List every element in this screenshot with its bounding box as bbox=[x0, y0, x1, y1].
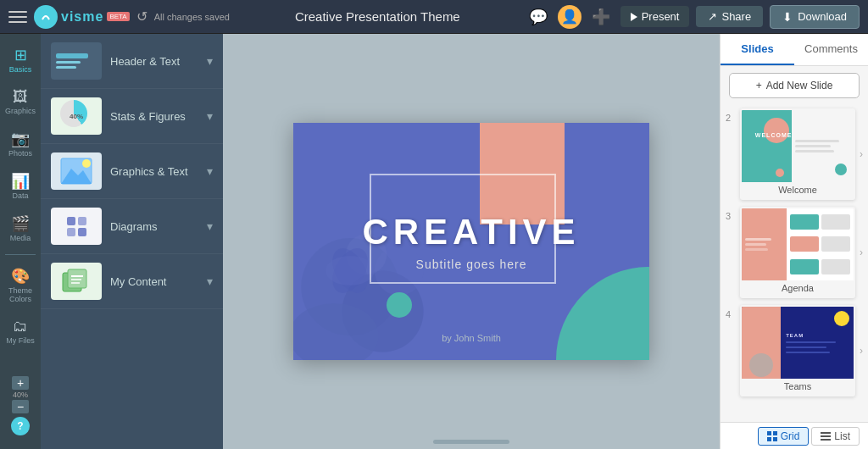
left-sidebar: ⊞ Basics 🖼 Graphics 📷 Photos 📊 Data 🎬 Me… bbox=[0, 34, 41, 449]
svg-rect-18 bbox=[773, 431, 777, 435]
panel-item-my-content[interactable]: My Content ▾ bbox=[41, 254, 223, 309]
panel-item-stats-figures[interactable]: 40% Stats & Figures ▾ bbox=[41, 89, 223, 144]
sidebar-label-photos: Photos bbox=[8, 150, 32, 158]
sidebar-item-media[interactable]: 🎬 Media bbox=[2, 209, 39, 248]
logo: visme BETA bbox=[34, 5, 130, 29]
slide-row-4: 4 TEAM bbox=[721, 302, 868, 400]
slide-thumb-agenda[interactable]: Agenda bbox=[740, 207, 855, 298]
slides-list: 2 WELCOME bbox=[721, 105, 868, 422]
topbar: visme BETA ↺ All changes saved Creative … bbox=[0, 0, 868, 34]
panel-label-diagrams: Diagrams bbox=[110, 220, 198, 233]
slide-collapse-icon-2[interactable]: › bbox=[860, 148, 863, 160]
sidebar-label-theme-colors: Theme Colors bbox=[3, 287, 37, 304]
panel-item-graphics-text[interactable]: Graphics & Text ▾ bbox=[41, 144, 223, 199]
panel-thumb-diagrams bbox=[51, 208, 102, 245]
slide-item-welcome: WELCOME bbox=[740, 108, 855, 200]
zoom-value: 40% bbox=[13, 391, 28, 399]
panel-label-graphics-text: Graphics & Text bbox=[110, 165, 198, 178]
comments-icon-button[interactable]: 💬 bbox=[526, 4, 551, 30]
grid-view-button[interactable]: Grid bbox=[758, 427, 810, 446]
sidebar-label-media: Media bbox=[10, 235, 31, 243]
svg-rect-23 bbox=[821, 439, 831, 441]
list-icon bbox=[821, 431, 831, 441]
slide-canvas[interactable]: CREATIVE Subtitle goes here by John Smit… bbox=[293, 123, 649, 360]
present-button[interactable]: Present bbox=[620, 6, 690, 27]
slide-number-4: 4 bbox=[726, 305, 736, 319]
help-button[interactable]: ? bbox=[11, 417, 30, 435]
sidebar-item-basics[interactable]: ⊞ Basics bbox=[2, 41, 39, 80]
tab-comments[interactable]: Comments bbox=[794, 34, 868, 65]
slide-thumb-welcome[interactable]: WELCOME bbox=[740, 108, 855, 200]
slide-author: by John Smith bbox=[293, 333, 649, 343]
graphics-icon: 🖼 bbox=[13, 88, 28, 106]
list-view-button[interactable]: List bbox=[811, 427, 860, 446]
slide-number-2: 2 bbox=[726, 108, 736, 123]
right-tabs: Slides Comments bbox=[721, 34, 868, 66]
theme-colors-icon: 🎨 bbox=[11, 267, 30, 285]
sidebar-item-graphics[interactable]: 🖼 Graphics bbox=[2, 83, 39, 121]
view-toggle: Grid List bbox=[758, 427, 860, 446]
svg-rect-20 bbox=[773, 437, 777, 441]
svg-rect-21 bbox=[821, 432, 831, 434]
canvas-scrollbar[interactable] bbox=[433, 440, 509, 444]
logo-icon bbox=[34, 5, 58, 29]
back-button[interactable]: ↺ bbox=[136, 8, 147, 25]
sidebar-item-data[interactable]: 📊 Data bbox=[2, 167, 39, 206]
slide-subtitle: Subtitle goes here bbox=[416, 258, 527, 271]
zoom-out-button[interactable]: − bbox=[12, 400, 29, 413]
panel-thumb-graphics-text bbox=[51, 152, 102, 190]
document-title: Creative Presentation Theme bbox=[236, 9, 519, 24]
logo-beta-badge: BETA bbox=[107, 12, 129, 21]
bottom-bar: Grid List bbox=[721, 422, 868, 449]
download-icon: ⬇ bbox=[782, 10, 793, 24]
panel-thumb-stats-figures: 40% bbox=[51, 97, 102, 135]
slide-thumb-teams[interactable]: TEAM Teams bbox=[740, 305, 855, 396]
sidebar-item-theme-colors[interactable]: 🎨 Theme Colors bbox=[2, 262, 39, 309]
add-slide-label: Add New Slide bbox=[766, 80, 833, 91]
avatar[interactable]: 👤 bbox=[558, 5, 581, 29]
panel-thumb-my-content bbox=[51, 263, 102, 300]
svg-point-3 bbox=[82, 159, 91, 168]
grid-label: Grid bbox=[781, 430, 800, 442]
slide-collapse-icon-3[interactable]: › bbox=[860, 247, 863, 258]
slide-row-2: 2 WELCOME bbox=[721, 105, 868, 203]
zoom-in-button[interactable]: + bbox=[12, 376, 29, 390]
add-new-slide-button[interactable]: + Add New Slide bbox=[729, 73, 860, 98]
sidebar-label-my-files: My Files bbox=[6, 337, 35, 346]
svg-rect-22 bbox=[821, 435, 831, 437]
main-area: ⊞ Basics 🖼 Graphics 📷 Photos 📊 Data 🎬 Me… bbox=[0, 34, 868, 449]
slide-number-3: 3 bbox=[726, 207, 736, 221]
canvas-area[interactable]: CREATIVE Subtitle goes here by John Smit… bbox=[223, 34, 720, 449]
topbar-right: 💬 👤 ➕ Present ↗ Share ⬇ Download bbox=[526, 4, 860, 30]
tab-comments-label: Comments bbox=[804, 42, 858, 55]
slide-collapse-icon-4[interactable]: › bbox=[860, 345, 863, 357]
slide-title: CREATIVE bbox=[362, 212, 580, 252]
slide-row-3: 3 bbox=[721, 203, 868, 302]
panel-label-header-text: Header & Text bbox=[110, 55, 198, 68]
tab-slides[interactable]: Slides bbox=[721, 34, 794, 65]
sidebar-label-data: Data bbox=[12, 192, 28, 201]
share-icon: ↗ bbox=[708, 10, 717, 23]
chevron-down-icon-stats: ▾ bbox=[207, 109, 213, 123]
sidebar-item-photos[interactable]: 📷 Photos bbox=[2, 125, 39, 164]
sidebar-label-graphics: Graphics bbox=[5, 108, 36, 116]
photos-icon: 📷 bbox=[11, 130, 30, 148]
add-user-icon-button[interactable]: ➕ bbox=[588, 4, 614, 30]
share-label: Share bbox=[721, 10, 751, 23]
logo-text: visme bbox=[61, 9, 103, 25]
slide-item-teams: TEAM Teams bbox=[740, 305, 855, 396]
basics-icon: ⊞ bbox=[14, 46, 27, 64]
panel-item-diagrams[interactable]: Diagrams ▾ bbox=[41, 199, 223, 254]
topbar-left: visme BETA ↺ All changes saved bbox=[8, 5, 230, 29]
tab-slides-label: Slides bbox=[741, 42, 773, 55]
svg-rect-5 bbox=[68, 269, 86, 288]
present-label: Present bbox=[642, 10, 680, 23]
my-files-icon: 🗂 bbox=[13, 318, 28, 335]
sidebar-label-basics: Basics bbox=[9, 66, 32, 75]
share-button[interactable]: ↗ Share bbox=[696, 6, 763, 27]
panel-item-header-text[interactable]: Header & Text ▾ bbox=[41, 34, 223, 89]
menu-icon[interactable] bbox=[8, 8, 27, 26]
download-button[interactable]: ⬇ Download bbox=[770, 5, 860, 29]
sidebar-item-my-files[interactable]: 🗂 My Files bbox=[2, 313, 39, 351]
add-slide-plus-icon: + bbox=[756, 80, 762, 91]
